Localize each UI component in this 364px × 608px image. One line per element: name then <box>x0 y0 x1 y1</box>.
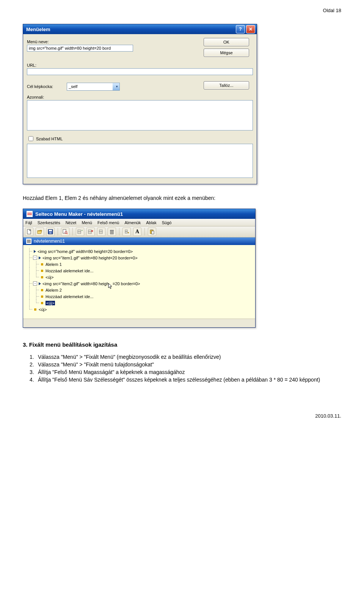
svg-rect-22 <box>151 229 152 230</box>
app-icon <box>26 211 33 217</box>
tree-node[interactable]: -<img src="item2.gif" width=80 heigh=20 … <box>26 280 252 287</box>
svg-rect-18 <box>110 230 114 231</box>
target-frame-select[interactable] <box>67 83 120 91</box>
tree-node-label: Hozzáad alelemeket ide... <box>46 294 94 299</box>
svg-rect-7 <box>78 230 81 232</box>
target-frame-label: Cél képkocka: <box>27 84 53 89</box>
menu-view[interactable]: Nézet <box>66 220 77 225</box>
tree-node[interactable]: Hozzáad alelemeket ide... <box>26 293 252 300</box>
menu-topmenu[interactable]: Felső menü <box>97 220 119 225</box>
status-panel <box>23 319 255 327</box>
menu-name-label: Menü neve: <box>27 39 193 44</box>
url-label: URL: <box>27 63 253 68</box>
svg-text:+: + <box>81 229 83 232</box>
app-titlebar: Selteco Menu Maker - névtelenmenü1 <box>23 209 255 219</box>
document-title: névtelenmenü1 <box>34 239 65 244</box>
tree-node[interactable]: Alelem 1 <box>26 261 252 267</box>
properties-icon[interactable] <box>122 228 131 236</box>
bullet-icon <box>41 302 43 304</box>
tree-node[interactable]: <img src="home.gif" width=80 height=20 b… <box>26 248 252 255</box>
toolbar: + A <box>23 226 255 237</box>
tree-node[interactable]: Alelem 2 <box>26 287 252 293</box>
svg-rect-10 <box>88 230 91 232</box>
svg-rect-23 <box>152 231 154 234</box>
menu-menu[interactable]: Menü <box>82 220 92 225</box>
tree-node[interactable]: <új> <box>26 306 252 313</box>
page-number: Oldal 18 <box>23 8 341 13</box>
add-item-icon[interactable]: + <box>76 228 84 236</box>
menu-file[interactable]: Fájl <box>25 220 32 225</box>
ok-button[interactable]: OK <box>204 38 249 46</box>
toolbar-separator <box>119 228 119 236</box>
tree-node-label: Alelem 1 <box>46 262 62 267</box>
section-heading: 3. Fixált menü beállítások igazítása <box>23 341 341 348</box>
svg-rect-8 <box>78 232 81 234</box>
tree-node-label: <img src="item1.gif" width=80 height=20 … <box>42 256 138 260</box>
free-html-label: Szabad HTML <box>36 137 63 141</box>
menu-window[interactable]: Ablak <box>146 220 157 225</box>
browse-button[interactable]: Tallóz... <box>204 81 249 90</box>
svg-rect-11 <box>88 232 91 234</box>
bullet-icon <box>34 308 36 311</box>
svg-rect-19 <box>125 230 127 231</box>
menu-edit[interactable]: Szerkesztés <box>38 220 60 225</box>
arrow-right-icon <box>39 282 41 285</box>
body-text: Hozzáad Elem 1, Elem 2 és néhány almenüe… <box>23 195 341 201</box>
open-icon[interactable] <box>36 228 44 236</box>
svg-rect-3 <box>49 232 52 234</box>
menubar: Fájl Szerkesztés Nézet Menü Felső menü A… <box>23 219 255 226</box>
tree-node[interactable]: -<img src="item1.gif" width=80 height=20… <box>26 255 252 261</box>
tree-node-label: Alelem 2 <box>46 288 62 292</box>
menu-name-input[interactable] <box>27 45 133 52</box>
svg-line-6 <box>67 233 67 234</box>
bullet-icon <box>41 270 43 272</box>
url-input[interactable] <box>27 68 253 75</box>
dialog-titlebar: Menüelem ? ✕ <box>23 24 257 34</box>
free-html-checkbox[interactable] <box>28 136 33 141</box>
tree-node[interactable]: <új> <box>26 274 252 280</box>
immediate-textarea[interactable] <box>27 100 253 130</box>
delete-item-icon[interactable] <box>86 228 95 236</box>
paste-icon[interactable] <box>148 228 156 236</box>
bullet-icon <box>41 289 43 291</box>
page-footer-date: 2010.03.11. <box>23 413 341 419</box>
menu-tree: <img src="home.gif" width=80 height=20 b… <box>23 245 255 319</box>
bullet-icon <box>41 295 43 298</box>
document-titlebar: névtelenmenü1 <box>23 237 255 245</box>
svg-rect-20 <box>125 232 127 233</box>
svg-rect-2 <box>49 230 52 231</box>
menu-help[interactable]: Súgó <box>162 220 172 225</box>
tree-node-label: <új> <box>46 301 55 305</box>
menu-submenus[interactable]: Almenük <box>124 220 141 225</box>
svg-rect-12 <box>99 230 102 232</box>
tree-node[interactable]: <új> <box>26 300 252 306</box>
arrow-right-icon <box>39 256 41 259</box>
preview-icon[interactable] <box>61 228 69 236</box>
free-html-textarea[interactable] <box>27 144 253 178</box>
tree-node-label: Hozzáad alelemeket ide... <box>46 269 94 273</box>
svg-rect-13 <box>99 232 102 234</box>
document-icon <box>26 239 31 244</box>
tree-node[interactable]: Hozzáad alelemeket ide... <box>26 267 252 274</box>
cancel-button[interactable]: Mégse <box>204 49 249 57</box>
app-title: Selteco Menu Maker - névtelenmenü1 <box>35 211 254 217</box>
help-icon[interactable]: ? <box>236 25 245 33</box>
toolbar-separator <box>72 228 73 236</box>
toolbar-separator <box>144 228 145 236</box>
tree-node-label: <img src="home.gif" width=80 height=20 b… <box>38 249 133 254</box>
bullet-icon <box>41 263 43 266</box>
dialog-title: Menüelem <box>26 27 235 32</box>
close-icon[interactable]: ✕ <box>246 25 255 33</box>
immediate-label: Azonnali: <box>27 95 253 99</box>
trash-icon[interactable] <box>108 228 116 236</box>
menu-maker-window: Selteco Menu Maker - névtelenmenü1 Fájl … <box>23 209 256 328</box>
remove-item-icon[interactable] <box>97 228 105 236</box>
expander-icon[interactable]: - <box>33 256 37 260</box>
save-icon[interactable] <box>46 228 55 236</box>
arrow-right-icon <box>34 250 36 253</box>
expander-icon[interactable]: - <box>33 281 37 286</box>
menu-item-dialog: Menüelem ? ✕ Menü neve: OK Mégse URL: <box>23 24 257 184</box>
new-icon[interactable] <box>25 228 33 236</box>
text-icon[interactable]: A <box>133 228 141 236</box>
toolbar-separator <box>58 228 58 236</box>
